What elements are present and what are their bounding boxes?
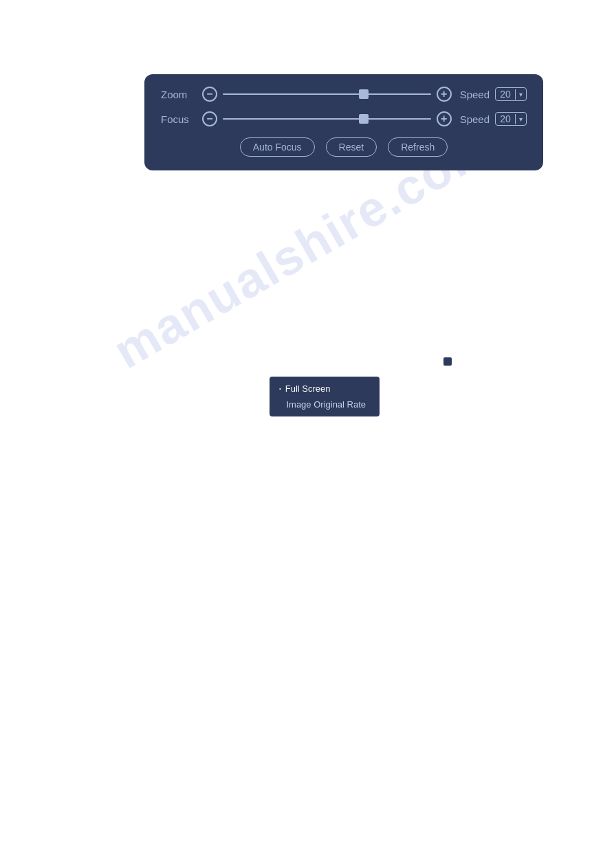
- refresh-button[interactable]: Refresh: [388, 137, 448, 157]
- focus-slider-container: [223, 111, 431, 126]
- original-rate-bullet: [279, 401, 282, 408]
- context-menu-item-fullscreen[interactable]: • Full Screen: [270, 381, 380, 397]
- control-panel: Zoom − + Speed 20 ▾ Focus − + Speed 20 ▾: [144, 74, 543, 170]
- zoom-speed-select[interactable]: 20 ▾: [495, 87, 527, 101]
- focus-speed-select[interactable]: 20 ▾: [495, 112, 527, 126]
- focus-speed-value: 20: [496, 113, 515, 125]
- focus-plus-button[interactable]: +: [437, 111, 452, 126]
- reset-button[interactable]: Reset: [326, 137, 377, 157]
- zoom-slider-container: [223, 87, 431, 102]
- zoom-slider-thumb[interactable]: [359, 89, 369, 99]
- zoom-row: Zoom − + Speed 20 ▾: [161, 87, 527, 102]
- context-menu: • Full Screen Image Original Rate: [270, 377, 380, 416]
- zoom-minus-button[interactable]: −: [202, 87, 217, 102]
- auto-focus-button[interactable]: Auto Focus: [240, 137, 315, 157]
- zoom-slider-track: [223, 93, 431, 95]
- focus-slider-track: [223, 118, 431, 120]
- focus-speed-dropdown-arrow[interactable]: ▾: [515, 114, 526, 124]
- focus-label: Focus: [161, 113, 197, 125]
- zoom-plus-button[interactable]: +: [437, 87, 452, 102]
- zoom-speed-label: Speed: [460, 89, 490, 100]
- focus-speed-label: Speed: [460, 113, 490, 125]
- zoom-speed-value: 20: [496, 88, 515, 100]
- focus-row: Focus − + Speed 20 ▾: [161, 111, 527, 126]
- zoom-label: Zoom: [161, 89, 197, 100]
- small-dot-indicator: [443, 357, 452, 366]
- zoom-speed-dropdown-arrow[interactable]: ▾: [515, 89, 526, 100]
- context-menu-item-original-rate[interactable]: Image Original Rate: [270, 397, 380, 412]
- focus-minus-button[interactable]: −: [202, 111, 217, 126]
- original-rate-label: Image Original Rate: [286, 399, 366, 410]
- fullscreen-label: Full Screen: [285, 383, 331, 394]
- focus-slider-thumb[interactable]: [359, 114, 369, 124]
- action-buttons-row: Auto Focus Reset Refresh: [161, 137, 527, 157]
- fullscreen-bullet: •: [279, 386, 281, 392]
